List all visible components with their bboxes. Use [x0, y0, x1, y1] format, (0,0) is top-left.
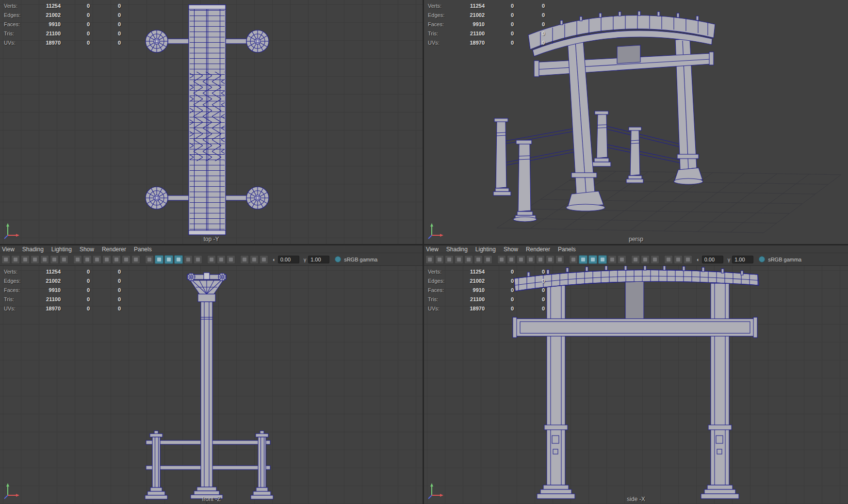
panel-menu-item[interactable]: Show — [80, 246, 94, 253]
toolbar-icon[interactable] — [507, 255, 516, 264]
panel-menu-item[interactable]: Lighting — [51, 246, 72, 253]
hud-value: 0 — [61, 278, 90, 284]
viewport-persp-canvas[interactable]: Verts: 11254 0 0 Edges: 21002 0 0 Faces:… — [424, 0, 848, 244]
toolbar-icon[interactable] — [608, 255, 617, 264]
toolbar-icon[interactable] — [31, 255, 39, 264]
panel-menu-item[interactable]: Panels — [134, 246, 152, 253]
gamma-icon[interactable]: γ — [728, 257, 731, 262]
srgb-gamma-label: sRGB gamma — [344, 257, 377, 262]
toolbar-icon[interactable] — [174, 255, 183, 264]
toolbar-icon[interactable] — [102, 255, 111, 264]
toolbar-icon[interactable] — [93, 255, 101, 264]
panel-menu-item[interactable]: Renderer — [526, 246, 550, 253]
toolbar-icon[interactable] — [227, 255, 235, 264]
toolbar-icon[interactable] — [484, 255, 492, 264]
hud-value: 0 — [61, 21, 90, 27]
toolbar-icon[interactable] — [435, 255, 444, 264]
hud-row: Edges: 21002 0 0 — [4, 276, 121, 285]
hud-label: Edges: — [4, 12, 29, 18]
panel-menu-item[interactable]: View — [2, 246, 15, 253]
toolbar-icon[interactable] — [11, 255, 20, 264]
toolbar-icon[interactable] — [464, 255, 473, 264]
toolbar-icon[interactable] — [598, 255, 607, 264]
toolbar-icon[interactable] — [555, 255, 564, 264]
maya-four-view-layout: Verts: 11254 0 0 Edges: 21002 0 0 Faces:… — [0, 0, 848, 504]
hud-value: 18970 — [453, 306, 485, 311]
toolbar-icon[interactable] — [184, 255, 193, 264]
panel-menu-item[interactable]: Renderer — [102, 246, 126, 253]
hud-value: 21002 — [453, 278, 485, 284]
gamma-field[interactable] — [308, 256, 329, 263]
viewport-side-canvas[interactable]: Verts: 11254 0 0 Edges: 21002 0 0 Faces:… — [424, 266, 848, 504]
toolbar-icon[interactable] — [60, 255, 68, 264]
toolbar-icon[interactable] — [73, 255, 82, 264]
toolbar-icon[interactable] — [155, 255, 163, 264]
toolbar-icon[interactable] — [569, 255, 578, 264]
hud-value: 0 — [90, 306, 121, 311]
viewport-top-canvas[interactable]: Verts: 11254 0 0 Edges: 21002 0 0 Faces:… — [0, 0, 423, 244]
toolbar-icon[interactable] — [145, 255, 154, 264]
viewport-front-canvas[interactable]: Verts: 11254 0 0 Edges: 21002 0 0 Faces:… — [0, 266, 423, 504]
panel-menu-item[interactable]: Shading — [446, 246, 468, 253]
exposure-field[interactable] — [702, 256, 723, 263]
toolbar-icon[interactable] — [664, 255, 673, 264]
toolbar-icon[interactable] — [517, 255, 525, 264]
toolbar-icon[interactable] — [217, 255, 226, 264]
toolbar-icon[interactable] — [240, 255, 249, 264]
toolbar-icon[interactable] — [651, 255, 659, 264]
hud-value: 0 — [90, 296, 121, 302]
toolbar-icon[interactable] — [1, 255, 10, 264]
toolbar-icon[interactable] — [131, 255, 140, 264]
exposure-icon[interactable]: ◐ — [697, 257, 700, 262]
toolbar-icon[interactable] — [445, 255, 454, 264]
toolbar-icon[interactable] — [497, 255, 506, 264]
srgb-gamma-icon[interactable] — [759, 256, 765, 262]
gamma-field[interactable] — [732, 256, 753, 263]
toolbar-icon[interactable] — [112, 255, 121, 264]
toolbar-icon[interactable] — [684, 255, 692, 264]
panel-menu-item[interactable]: View — [426, 246, 439, 253]
toolbar-icon[interactable] — [579, 255, 587, 264]
hud-value: 18970 — [453, 40, 485, 46]
hud-value: 21002 — [29, 278, 61, 284]
toolbar-icon[interactable] — [546, 255, 554, 264]
hud-value: 9910 — [29, 287, 61, 293]
toolbar-icon[interactable] — [455, 255, 463, 264]
toolbar-icon[interactable] — [207, 255, 216, 264]
toolbar-icon[interactable] — [526, 255, 535, 264]
hud-row: Edges: 21002 0 0 — [4, 10, 121, 19]
toolbar-icon[interactable] — [50, 255, 59, 264]
exposure-field[interactable] — [278, 256, 299, 263]
toolbar-icon[interactable] — [260, 255, 268, 264]
hud-value: 0 — [90, 31, 121, 36]
toolbar-icon[interactable] — [588, 255, 597, 264]
hud-value: 0 — [61, 306, 90, 311]
toolbar-icon[interactable] — [674, 255, 683, 264]
axis-indicator — [427, 480, 446, 501]
toolbar-icon[interactable] — [83, 255, 92, 264]
toolbar-icon[interactable] — [474, 255, 483, 264]
toolbar-icon[interactable] — [536, 255, 545, 264]
toolbar-icon[interactable] — [122, 255, 130, 264]
gamma-icon[interactable]: γ — [304, 257, 307, 262]
panel-menu-item[interactable]: Shading — [22, 246, 44, 253]
toolbar-icon[interactable] — [21, 255, 30, 264]
panel-menu-item[interactable]: Lighting — [475, 246, 496, 253]
toolbar-icon[interactable] — [641, 255, 650, 264]
toolbar-icon[interactable] — [164, 255, 173, 264]
hud-value: 0 — [61, 3, 90, 9]
hud-value: 0 — [90, 278, 121, 284]
toolbar-icon[interactable] — [631, 255, 640, 264]
srgb-gamma-icon[interactable] — [335, 256, 341, 262]
hud-label: Edges: — [4, 278, 29, 284]
toolbar-icon[interactable] — [618, 255, 626, 264]
toolbar-icon[interactable] — [194, 255, 202, 264]
panel-menu-item[interactable]: Show — [504, 246, 518, 253]
panel-menu-item[interactable]: Panels — [558, 246, 576, 253]
toolbar-icon[interactable] — [250, 255, 259, 264]
viewport-name-label: persp — [629, 236, 643, 243]
hud-value: 11254 — [453, 3, 485, 9]
exposure-icon[interactable]: ◐ — [273, 257, 276, 262]
toolbar-icon[interactable] — [425, 255, 434, 264]
toolbar-icon[interactable] — [40, 255, 49, 264]
